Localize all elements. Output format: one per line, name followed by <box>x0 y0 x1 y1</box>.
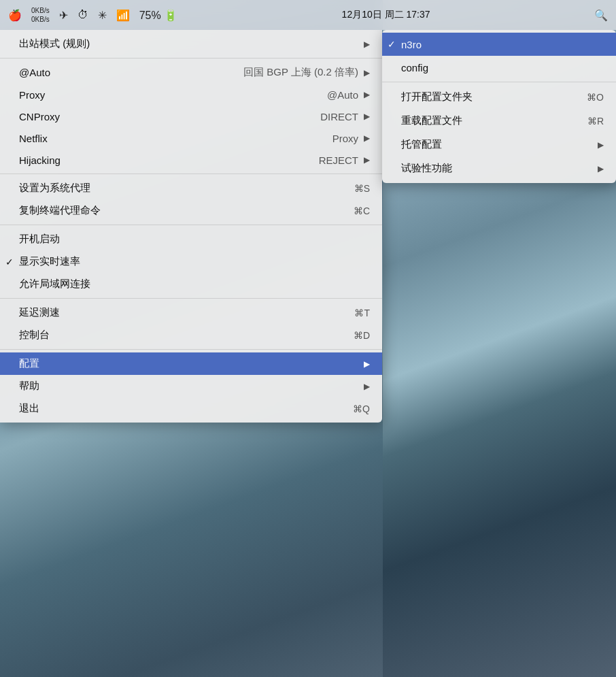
arrow-icon: ▶ <box>364 359 370 369</box>
menu-item-outbound-mode[interactable]: 出站模式 (规则) ▶ <box>0 33 382 55</box>
bluetooth-icon[interactable]: ✳ <box>98 9 107 22</box>
menu-item-netflix-right: Proxy ▶ <box>332 133 370 144</box>
menubar: 🍎 0KB/s 0KB/s ✈ ⏱ ✳ 📶 75% 🔋 12月10日 周二 17… <box>0 0 616 30</box>
menu-section-config: 配置 ▶ 帮助 ▶ 退出 ⌘Q <box>0 350 382 423</box>
menu-item-help[interactable]: 帮助 ▶ <box>0 375 382 397</box>
menu-item-hijacking-right: REJECT ▶ <box>319 154 370 166</box>
menu-item-proxy-right: @Auto ▶ <box>327 89 370 101</box>
dropdown-menu: 出站模式 (规则) ▶ @Auto 回国 BGP 上海 (0.2 倍率) ▶ P… <box>0 30 382 423</box>
menu-item-latency-right: ⌘T <box>354 308 370 318</box>
submenu-config: ✓ n3ro config 打开配置文件夹 ⌘O 重载配置文件 ⌘R 托管配置 … <box>382 30 616 183</box>
submenu-item-open-folder[interactable]: 打开配置文件夹 ⌘O <box>382 85 616 109</box>
menu-item-cnproxy-right: DIRECT ▶ <box>320 111 370 122</box>
menu-item-config[interactable]: 配置 ▶ <box>0 352 382 375</box>
menu-item-set-system-proxy[interactable]: 设置为系统代理 ⌘S <box>0 177 382 199</box>
submenu-item-config[interactable]: config <box>382 56 616 79</box>
menu-item-config-right: ▶ <box>364 359 370 369</box>
menu-item-copy-terminal[interactable]: 复制终端代理命令 ⌘C <box>0 199 382 222</box>
speed-down: 0KB/s <box>31 15 50 24</box>
arrow-icon: ▶ <box>598 164 604 174</box>
menu-item-allow-lan[interactable]: 允许局域网连接 <box>0 273 382 295</box>
menu-item-proxy[interactable]: Proxy @Auto ▶ <box>0 84 382 105</box>
menu-section-outbound: 出站模式 (规则) ▶ <box>0 30 382 59</box>
submenu-managed-right: ▶ <box>598 140 604 150</box>
menu-item-netflix[interactable]: Netflix Proxy ▶ <box>0 127 382 149</box>
arrow-icon: ▶ <box>364 155 370 165</box>
search-icon[interactable]: 🔍 <box>594 9 608 22</box>
menu-section-system: 设置为系统代理 ⌘S 复制终端代理命令 ⌘C <box>0 174 382 225</box>
surge-icon[interactable]: ✈ <box>59 9 68 22</box>
menu-item-console-right: ⌘D <box>354 330 370 341</box>
arrow-icon: ▶ <box>364 112 370 121</box>
wifi-icon[interactable]: 📶 <box>116 9 130 22</box>
menu-item-show-speed[interactable]: ✓ 显示实时速率 <box>0 250 382 273</box>
menu-section-rules: @Auto 回国 BGP 上海 (0.2 倍率) ▶ Proxy @Auto ▶… <box>0 59 382 174</box>
submenu-experimental-right: ▶ <box>598 164 604 174</box>
menu-item-cnproxy[interactable]: CNProxy DIRECT ▶ <box>0 105 382 127</box>
arrow-icon: ▶ <box>364 382 370 391</box>
menu-item-right: ▶ <box>364 39 370 49</box>
arrow-icon: ▶ <box>364 133 370 143</box>
submenu-open-folder-right: ⌘O <box>587 92 604 103</box>
menu-item-help-right: ▶ <box>364 382 370 391</box>
submenu-item-experimental[interactable]: 试验性功能 ▶ <box>382 156 616 180</box>
menubar-left: 🍎 0KB/s 0KB/s ✈ ⏱ ✳ 📶 75% 🔋 <box>8 6 177 24</box>
menu-item-auto-right: 回国 BGP 上海 (0.2 倍率) ▶ <box>243 66 370 79</box>
checkmark-n3ro: ✓ <box>388 39 396 50</box>
menu-item-console[interactable]: 控制台 ⌘D <box>0 324 382 346</box>
menu-section-settings: 开机启动 ✓ 显示实时速率 允许局域网连接 <box>0 225 382 299</box>
menu-item-autostart[interactable]: 开机启动 <box>0 228 382 250</box>
menu-item-quit[interactable]: 退出 ⌘Q <box>0 397 382 420</box>
menu-item-copy-right: ⌘C <box>354 205 370 216</box>
submenu-item-n3ro[interactable]: ✓ n3ro <box>382 33 616 56</box>
menu-item-quit-right: ⌘Q <box>353 403 370 414</box>
arrow-icon: ▶ <box>598 140 604 150</box>
menu-item-system-proxy-right: ⌘S <box>354 183 370 194</box>
menu-item-latency[interactable]: 延迟测速 ⌘T <box>0 301 382 324</box>
menubar-datetime: 12月10日 周二 17:37 <box>342 9 430 21</box>
speed-display: 0KB/s 0KB/s <box>31 6 50 24</box>
arrow-icon: ▶ <box>364 90 370 99</box>
apple-icon[interactable]: 🍎 <box>8 9 22 22</box>
speed-up: 0KB/s <box>31 6 50 15</box>
submenu-item-managed-config[interactable]: 托管配置 ▶ <box>382 133 616 156</box>
menu-item-auto[interactable]: @Auto 回国 BGP 上海 (0.2 倍率) ▶ <box>0 61 382 84</box>
menubar-right: 🔍 <box>594 9 608 22</box>
submenu-item-reload[interactable]: 重载配置文件 ⌘R <box>382 109 616 133</box>
time-machine-icon[interactable]: ⏱ <box>78 9 88 21</box>
checkmark-show-speed: ✓ <box>5 257 14 267</box>
submenu-reload-right: ⌘R <box>587 116 604 127</box>
menu-section-tools: 延迟测速 ⌘T 控制台 ⌘D <box>0 299 382 350</box>
arrow-icon: ▶ <box>364 39 370 49</box>
menu-item-hijacking[interactable]: Hijacking REJECT ▶ <box>0 149 382 171</box>
submenu-separator <box>382 82 616 82</box>
battery-display[interactable]: 75% 🔋 <box>139 9 177 22</box>
arrow-icon: ▶ <box>364 68 370 78</box>
